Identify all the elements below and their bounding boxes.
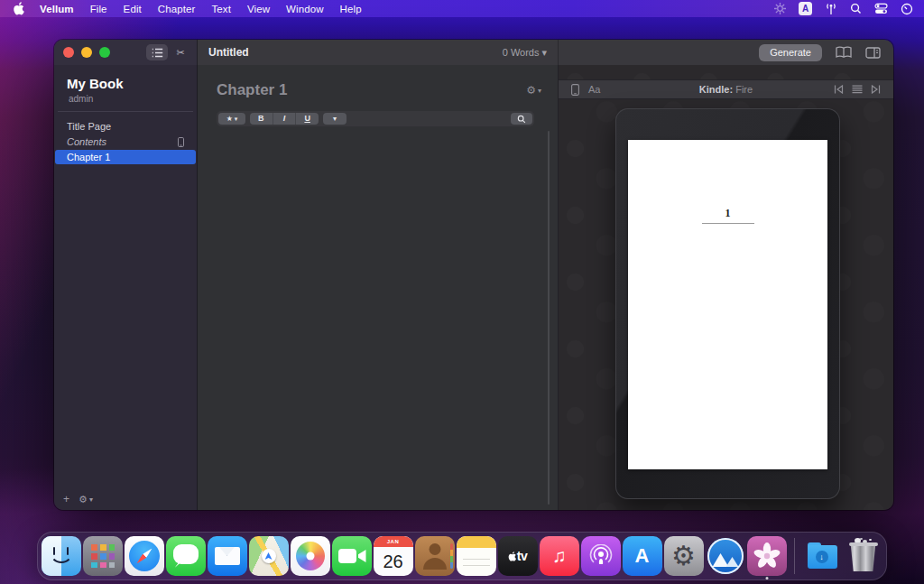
- style-menu-button[interactable]: ★▾: [218, 113, 245, 125]
- menu-item-edit[interactable]: Edit: [116, 4, 150, 14]
- menu-bar: Vellum File Edit Chapter Text View Windo…: [0, 0, 924, 17]
- kindle-device-frame: 1: [615, 108, 840, 499]
- menu-item-help[interactable]: Help: [332, 4, 370, 14]
- dock-notes-icon[interactable]: [457, 536, 496, 576]
- text-editor[interactable]: Chapter 1 ⚙▾ ★▾ B I U ▾: [198, 65, 559, 510]
- add-chapter-button[interactable]: +: [63, 493, 69, 505]
- dock: JAN 26 tv ♫ A ⚙: [37, 532, 887, 580]
- chapter-list: Title Page Contents Chapter 1: [54, 119, 197, 164]
- menu-item-view[interactable]: View: [239, 4, 278, 14]
- device-prefix: Kindle:: [699, 84, 733, 95]
- preview-page[interactable]: 1: [628, 140, 827, 469]
- book-sidebar: My Book admin Title Page Contents: [54, 65, 198, 510]
- chevron-down-icon: ▾: [541, 47, 547, 59]
- sidebar-item-label: Contents: [67, 136, 106, 147]
- apple-menu[interactable]: [11, 2, 32, 15]
- dock-vellum-flower-icon[interactable]: [747, 536, 787, 576]
- dock-appletv-icon[interactable]: tv: [498, 536, 538, 576]
- dock-facetime-icon[interactable]: [332, 536, 372, 576]
- control-center-icon[interactable]: [874, 3, 888, 14]
- dock-music-icon[interactable]: ♫: [540, 536, 579, 576]
- dock-photos-icon[interactable]: [291, 536, 330, 576]
- editor-scrollbar[interactable]: [548, 131, 550, 505]
- page-chapter-number: 1: [628, 207, 827, 220]
- font-size-button[interactable]: Aa: [588, 84, 600, 95]
- preview-device-icon[interactable]: [571, 84, 579, 96]
- apple-icon: [508, 552, 516, 561]
- menu-item-text[interactable]: Text: [203, 4, 239, 14]
- biu-group: B I U: [250, 113, 319, 125]
- contents-list-icon[interactable]: [852, 85, 863, 94]
- close-button[interactable]: [63, 47, 74, 58]
- underline-button[interactable]: U: [295, 113, 319, 125]
- download-arrow-icon: ↓: [816, 551, 828, 563]
- window-body: My Book admin Title Page Contents: [54, 65, 893, 510]
- music-note-icon: ♫: [552, 545, 567, 567]
- word-count-label: 0 Words: [503, 47, 540, 58]
- dock-mountain-app-icon[interactable]: [706, 536, 745, 576]
- zoom-button[interactable]: [99, 47, 110, 58]
- dock-downloads-folder-icon[interactable]: ↓: [802, 536, 842, 576]
- dock-settings-icon[interactable]: ⚙: [664, 536, 704, 576]
- gear-icon: ⚙: [526, 84, 536, 97]
- dock-appstore-icon[interactable]: A: [623, 536, 662, 576]
- more-formatting-button[interactable]: ▾: [323, 113, 346, 125]
- calendar-month: JAN: [374, 536, 413, 547]
- appstore-letter: A: [635, 544, 650, 568]
- chapter-options-button[interactable]: ⚙▾: [526, 84, 541, 97]
- book-preview-icon[interactable]: [836, 46, 852, 59]
- dimmed-gear-icon[interactable]: [774, 3, 786, 14]
- input-source-icon[interactable]: A: [799, 2, 812, 15]
- clock-icon[interactable]: [901, 3, 913, 15]
- sidebar-footer: + ⚙▾: [63, 493, 93, 505]
- gear-icon: ⚙: [79, 494, 88, 505]
- titlebar-document-section: Untitled 0 Words ▾: [198, 40, 559, 65]
- trim-scissors-button[interactable]: ✂: [170, 44, 191, 60]
- appletv-label: tv: [517, 549, 527, 563]
- book-author: admin: [54, 91, 197, 111]
- dock-messages-icon[interactable]: [166, 536, 206, 576]
- chapter-ornament-rule: [702, 223, 754, 224]
- search-icon[interactable]: [850, 3, 862, 14]
- dock-safari-icon[interactable]: [125, 536, 164, 576]
- sidebar-item-chapter-1[interactable]: Chapter 1: [55, 150, 196, 164]
- sidebar-item-label: Chapter 1: [67, 152, 110, 162]
- dock-trash-icon[interactable]: [844, 536, 883, 576]
- dock-maps-icon[interactable]: [249, 536, 289, 576]
- menu-item-file[interactable]: File: [82, 4, 116, 14]
- preview-nav: [834, 85, 881, 94]
- document-title: Untitled: [208, 46, 249, 59]
- device-name: Fire: [735, 84, 753, 95]
- preview-header: Aa Kindle: Fire: [559, 79, 893, 99]
- sidebar-item-label: Title Page: [67, 121, 111, 132]
- menu-item-vellum[interactable]: Vellum: [32, 4, 82, 14]
- bold-button[interactable]: B: [250, 113, 273, 125]
- wireless-icon[interactable]: [825, 3, 837, 15]
- skip-to-start-icon[interactable]: [834, 85, 844, 94]
- gear-icon: ⚙: [671, 542, 696, 570]
- dock-calendar-icon[interactable]: JAN 26: [374, 536, 413, 576]
- sidebar-options-button[interactable]: ⚙▾: [79, 494, 93, 505]
- menu-item-window[interactable]: Window: [278, 4, 332, 14]
- skip-to-end-icon[interactable]: [871, 85, 881, 94]
- chevron-down-icon: ▾: [333, 115, 337, 123]
- dock-divider: [794, 538, 795, 574]
- vellum-window: ✂ Untitled 0 Words ▾ Generate: [54, 40, 893, 510]
- sidebar-item-contents[interactable]: Contents: [55, 134, 196, 149]
- dock-contacts-icon[interactable]: [415, 536, 455, 576]
- list-view-button[interactable]: [146, 44, 168, 60]
- generate-button[interactable]: Generate: [759, 44, 822, 61]
- dock-finder-icon[interactable]: [42, 536, 81, 576]
- panel-layout-icon[interactable]: [865, 47, 881, 59]
- sidebar-divider: [58, 111, 193, 112]
- italic-button[interactable]: I: [273, 113, 296, 125]
- sidebar-item-title-page[interactable]: Title Page: [55, 119, 196, 134]
- dock-podcasts-icon[interactable]: [581, 536, 621, 576]
- star-icon: ★: [226, 115, 233, 123]
- menu-item-chapter[interactable]: Chapter: [150, 4, 204, 14]
- minimize-button[interactable]: [81, 47, 92, 58]
- editor-search-button[interactable]: [511, 113, 532, 125]
- word-count-menu[interactable]: 0 Words ▾: [503, 47, 547, 59]
- dock-launchpad-icon[interactable]: [83, 536, 123, 576]
- dock-mail-icon[interactable]: [208, 536, 247, 576]
